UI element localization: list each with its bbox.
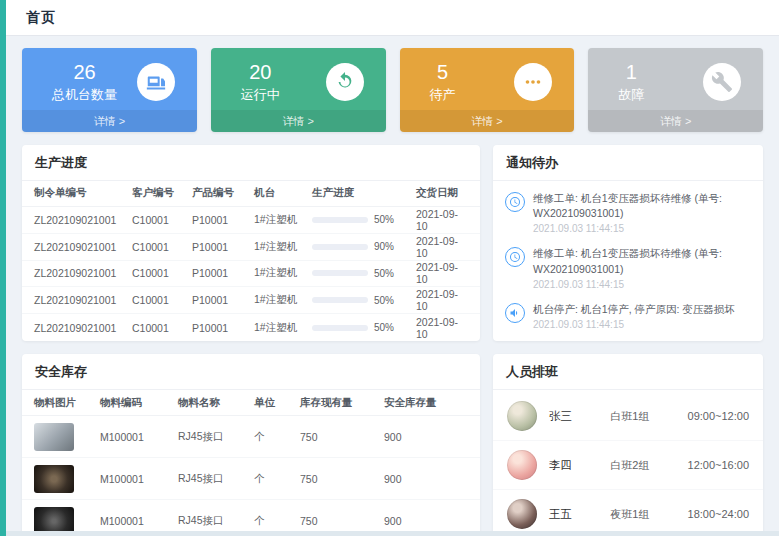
- notification-body: 机台停产: 机台1停产, 停产原因: 变压器损坏 2021.09.03 11:4…: [533, 302, 735, 330]
- notification-time: 2021.09.03 11:44:15: [533, 279, 751, 290]
- table-row[interactable]: M100001 RJ45接口 个 750 900: [22, 416, 480, 458]
- stat-card-pending[interactable]: 5 待产 详情 >: [400, 48, 575, 132]
- material-unit: 个: [254, 472, 300, 486]
- product-no: P10001: [192, 214, 254, 226]
- product-no: P10001: [192, 322, 254, 334]
- avatar: [507, 450, 537, 480]
- material-name: RJ45接口: [178, 430, 254, 444]
- safety-stock-panel: 安全库存 物料图片 物料编码 物料名称 单位 库存现有量 安全库存量 M1000…: [22, 354, 480, 536]
- speaker-icon: [505, 303, 525, 323]
- col-header: 单位: [254, 396, 300, 410]
- stat-value: 20: [241, 60, 280, 84]
- notifications-panel: 通知待办 维修工单: 机台1变压器损坏待维修 (单号: WX2021090310…: [493, 145, 763, 341]
- material-code: M100001: [100, 515, 178, 527]
- progress-bar: [312, 270, 368, 276]
- progress-label: 90%: [374, 241, 394, 252]
- customer-no: C10001: [132, 214, 192, 226]
- stat-detail-link[interactable]: 详情 >: [588, 110, 763, 132]
- stat-label: 故障: [618, 86, 644, 104]
- stat-detail-link[interactable]: 详情 >: [22, 110, 197, 132]
- stat-detail-link[interactable]: 详情 >: [211, 110, 386, 132]
- order-no: ZL202109021001: [34, 322, 132, 334]
- stat-info: 1 故障: [618, 60, 644, 104]
- material-code: M100001: [100, 473, 178, 485]
- current-qty: 750: [300, 515, 384, 527]
- staff-time: 09:00~12:00: [688, 410, 749, 422]
- notification-time: 2021.09.03 11:44:15: [533, 319, 735, 330]
- progress-cell: 50%: [312, 268, 416, 279]
- stat-value: 5: [430, 60, 456, 84]
- material-image-cell: [34, 465, 100, 493]
- progress-cell: 50%: [312, 214, 416, 225]
- order-no: ZL202109021001: [34, 214, 132, 226]
- wrench-icon: [703, 63, 741, 101]
- notification-item[interactable]: 维修工单: 机台1变压器损坏待维修 (单号: WX202109031001) 2…: [493, 240, 763, 295]
- notification-item[interactable]: 计划报停: 机台1生产计划已报停 2021.09.03 11:44:15: [493, 336, 763, 341]
- table-header: 物料图片 物料编码 物料名称 单位 库存现有量 安全库存量: [22, 390, 480, 416]
- staff-row[interactable]: 张三 白班1组 09:00~12:00: [493, 392, 763, 441]
- progress-bar: [312, 244, 368, 250]
- stat-card-fault[interactable]: 1 故障 详情 >: [588, 48, 763, 132]
- material-image-cell: [34, 423, 100, 451]
- panel-title: 人员排班: [493, 354, 763, 390]
- staff-name: 王五: [549, 507, 598, 522]
- dashboard-page: 首页 26 总机台数量 详情 > 20: [6, 0, 779, 531]
- stat-detail-link[interactable]: 详情 >: [400, 110, 575, 132]
- staff-time: 12:00~16:00: [688, 459, 749, 471]
- table-row[interactable]: M100001 RJ45接口 个 750 900: [22, 458, 480, 500]
- left-edge-accent: [0, 0, 6, 536]
- material-image: [34, 423, 74, 451]
- customer-no: C10001: [132, 294, 192, 306]
- delivery-date: 2021-09-10: [416, 316, 468, 340]
- col-header: 制令单编号: [34, 186, 132, 200]
- table-row[interactable]: ZL202109021001 C10001 P10001 1#注塑机 50% 2…: [22, 314, 480, 341]
- material-image: [34, 465, 74, 493]
- progress-label: 50%: [374, 295, 394, 306]
- notification-item[interactable]: 机台停产: 机台1停产, 停产原因: 变压器损坏 2021.09.03 11:4…: [493, 296, 763, 336]
- progress-label: 50%: [374, 268, 394, 279]
- progress-bar: [312, 325, 368, 331]
- progress-cell: 90%: [312, 241, 416, 252]
- table-row[interactable]: ZL202109021001 C10001 P10001 1#注塑机 90% 2…: [22, 234, 480, 261]
- order-no: ZL202109021001: [34, 294, 132, 306]
- order-no: ZL202109021001: [34, 241, 132, 253]
- staff-schedule-panel: 人员排班 张三 白班1组 09:00~12:00 李四 白班2组 12:00~1…: [493, 354, 763, 536]
- col-header: 物料编码: [100, 396, 178, 410]
- machine: 1#注塑机: [254, 321, 312, 335]
- table-row[interactable]: ZL202109021001 C10001 P10001 1#注塑机 50% 2…: [22, 287, 480, 314]
- safety-qty: 900: [384, 431, 468, 443]
- staff-row[interactable]: 李四 白班2组 12:00~16:00: [493, 441, 763, 490]
- delivery-date: 2021-09-10: [416, 208, 468, 232]
- material-name: RJ45接口: [178, 472, 254, 486]
- staff-shift: 夜班1组: [610, 507, 675, 522]
- table-row[interactable]: ZL202109021001 C10001 P10001 1#注塑机 50% 2…: [22, 207, 480, 234]
- table-row[interactable]: ZL202109021001 C10001 P10001 1#注塑机 50% 2…: [22, 261, 480, 288]
- col-header: 安全库存量: [384, 396, 468, 410]
- machine: 1#注塑机: [254, 213, 312, 227]
- notification-item[interactable]: 维修工单: 机台1变压器损坏待维修 (单号: WX202109031001) 2…: [493, 185, 763, 240]
- notification-text: 维修工单: 机台1变压器损坏待维修 (单号: WX202109031001): [533, 246, 751, 276]
- staff-row[interactable]: 王五 夜班1组 18:00~24:00: [493, 490, 763, 536]
- col-header: 交货日期: [416, 186, 468, 200]
- col-header: 物料名称: [178, 396, 254, 410]
- material-code: M100001: [100, 431, 178, 443]
- stat-value: 26: [52, 60, 117, 84]
- ellipsis-icon: [514, 63, 552, 101]
- staff-shift: 白班1组: [610, 409, 675, 424]
- staff-list: 张三 白班1组 09:00~12:00 李四 白班2组 12:00~16:00 …: [493, 390, 763, 536]
- stat-card-running[interactable]: 20 运行中 详情 >: [211, 48, 386, 132]
- bottom-edge-strip: [6, 531, 779, 536]
- stat-info: 5 待产: [430, 60, 456, 104]
- panel-title: 安全库存: [22, 354, 480, 390]
- col-header: 客户编号: [132, 186, 192, 200]
- staff-name: 张三: [549, 409, 598, 424]
- material-name: RJ45接口: [178, 514, 254, 528]
- stat-card-total-machines[interactable]: 26 总机台数量 详情 >: [22, 48, 197, 132]
- page-title: 首页: [26, 9, 56, 27]
- product-no: P10001: [192, 294, 254, 306]
- notification-body: 维修工单: 机台1变压器损坏待维修 (单号: WX202109031001) 2…: [533, 246, 751, 289]
- customer-no: C10001: [132, 241, 192, 253]
- panel-title: 生产进度: [22, 145, 480, 181]
- stat-label: 待产: [430, 86, 456, 104]
- stat-info: 26 总机台数量: [52, 60, 117, 104]
